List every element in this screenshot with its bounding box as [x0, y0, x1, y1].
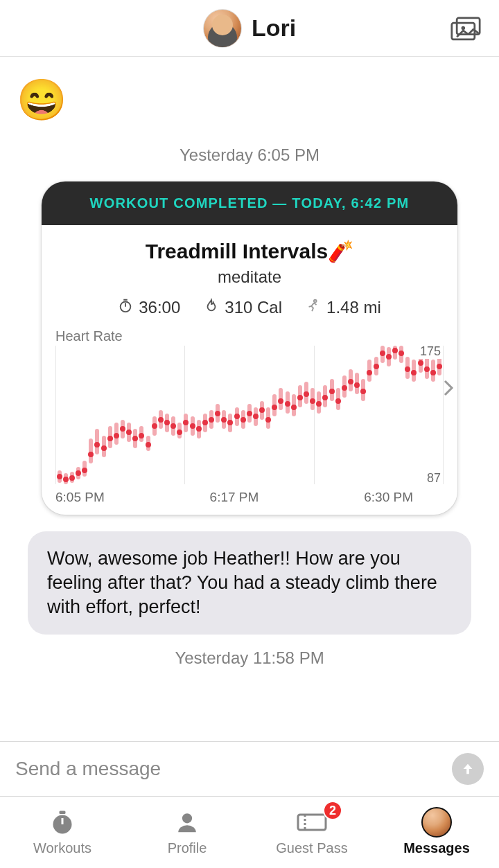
runner-icon: [306, 298, 321, 317]
x-axis-labels: 6:05 PM 6:17 PM 6:30 PM: [55, 490, 444, 505]
tab-workouts[interactable]: Workouts: [0, 797, 125, 868]
tab-label: Guest Pass: [276, 840, 347, 856]
heart-rate-chart: 175 87: [55, 346, 444, 484]
tab-messages[interactable]: Messages: [374, 797, 499, 868]
x-label: 6:05 PM: [55, 490, 105, 505]
chart-bars: [55, 346, 444, 484]
y-axis-max: 175: [419, 344, 442, 359]
chat-title-wrap[interactable]: Lori: [203, 9, 296, 48]
gallery-icon[interactable]: [450, 17, 481, 42]
svg-rect-8: [298, 815, 326, 830]
avatar-icon: [421, 808, 452, 836]
composer: [0, 741, 499, 796]
chevron-right-icon[interactable]: [442, 378, 455, 402]
timestamp: Yesterday 11:58 PM: [14, 648, 485, 668]
message-emoji: 😄: [17, 76, 485, 123]
stopwatch-icon: [118, 298, 133, 317]
notification-badge: 2: [323, 801, 342, 820]
messages-area[interactable]: 😄 Yesterday 6:05 PM WORKOUT COMPLETED — …: [0, 57, 499, 741]
send-button[interactable]: [452, 753, 484, 785]
tab-label: Profile: [168, 840, 207, 856]
avatar[interactable]: [203, 9, 242, 48]
workout-stats: 36:00 310 Cal 1.48 mi: [55, 298, 444, 317]
tab-profile[interactable]: Profile: [125, 797, 250, 868]
workout-subtitle: meditate: [55, 267, 444, 287]
svg-rect-5: [60, 811, 66, 815]
stat-distance: 1.48 mi: [306, 298, 381, 317]
svg-point-7: [182, 813, 192, 823]
tab-label: Messages: [403, 840, 470, 856]
timestamp: Yesterday 6:05 PM: [14, 145, 485, 165]
svg-point-4: [314, 300, 317, 303]
chat-header: Lori: [0, 0, 499, 57]
workout-card[interactable]: WORKOUT COMPLETED — TODAY, 6:42 PM Tread…: [42, 181, 457, 515]
workout-title: Treadmill Intervals🧨: [55, 239, 444, 263]
y-axis-min: 87: [426, 471, 442, 486]
tab-guest-pass[interactable]: 2 Guest Pass: [250, 797, 374, 868]
workout-card-body: Treadmill Intervals🧨 meditate 36:00 310 …: [42, 225, 457, 515]
tab-label: Workouts: [33, 840, 91, 856]
message-bubble: Wow, awesome job Heather!! How are you f…: [28, 531, 471, 635]
svg-point-2: [462, 26, 465, 30]
flame-icon: [204, 298, 219, 317]
stopwatch-icon: [50, 808, 75, 836]
tab-bar: Workouts Profile 2 Guest Pass Messages: [0, 796, 499, 868]
calories-value: 310 Cal: [225, 298, 282, 317]
person-icon: [175, 808, 199, 836]
stat-calories: 310 Cal: [204, 298, 282, 317]
workout-card-header: WORKOUT COMPLETED — TODAY, 6:42 PM: [42, 181, 457, 225]
duration-value: 36:00: [139, 298, 180, 317]
message-input[interactable]: [15, 758, 441, 780]
x-label: 6:30 PM: [364, 490, 413, 505]
stat-duration: 36:00: [118, 298, 180, 317]
heart-rate-label: Heart Rate: [55, 328, 444, 344]
chat-name: Lori: [252, 15, 296, 42]
distance-value: 1.48 mi: [326, 298, 381, 317]
x-label: 6:17 PM: [210, 490, 259, 505]
